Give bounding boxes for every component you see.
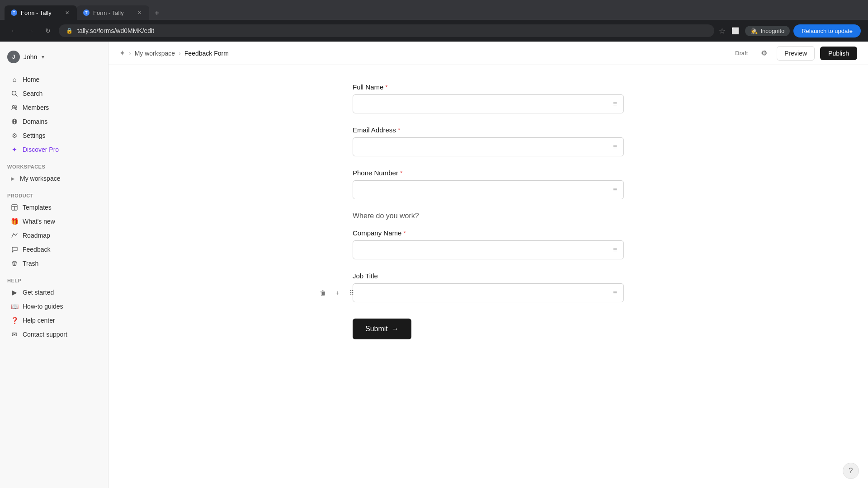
sidebar-item-members[interactable]: Members (4, 101, 104, 114)
field-phone: Phone Number * ≡ (353, 169, 624, 199)
field-job-title-input[interactable]: ≡ (353, 283, 624, 302)
field-full-name-required: * (385, 84, 387, 91)
sidebar-item-helpcenter-label: Help center (23, 317, 55, 324)
help-button[interactable]: ? (843, 463, 859, 479)
drag-handle-icon-3: ≡ (613, 186, 617, 194)
workspaces-section: Workspaces ▶ My workspace (0, 159, 108, 188)
sidebar-item-howto[interactable]: 📖 How-to guides (4, 300, 104, 313)
nav-actions: ☆ ⬜ 🕵 Incognito Relaunch to update (719, 24, 861, 38)
field-job-title-actions: 🗑 + ⠿ (316, 286, 358, 299)
form-editor: Full Name * ≡ Email Address * (108, 65, 868, 488)
back-button[interactable]: ← (7, 24, 20, 37)
sidebar-item-home[interactable]: ⌂ Home (4, 73, 104, 86)
tab-1-close[interactable]: ✕ (63, 9, 71, 16)
product-label: Product (0, 189, 108, 200)
sidebar-item-domains[interactable]: Domains (4, 115, 104, 128)
form-content: Full Name * ≡ Email Address * (353, 83, 624, 461)
lock-icon: 🔒 (66, 28, 73, 34)
drag-handle-icon-5: ≡ (613, 289, 617, 297)
sidebar-item-roadmap-label: Roadmap (23, 232, 50, 239)
field-phone-label: Phone Number * (353, 169, 624, 177)
sidebar-item-howto-label: How-to guides (23, 303, 63, 310)
field-full-name: Full Name * ≡ (353, 83, 624, 113)
main-content: ✦ › My workspace › Feedback Form Draft ⚙… (108, 42, 868, 488)
reload-button[interactable]: ↻ (42, 24, 54, 37)
tab-2-close[interactable]: ✕ (136, 9, 143, 16)
tab-search-button[interactable]: ⬜ (729, 24, 741, 37)
drag-handle-icon: ≡ (613, 100, 617, 108)
product-section: Product Templates 🎁 What's new Roadmap (0, 188, 108, 272)
tab-1-favicon: T (11, 9, 17, 16)
forward-button[interactable]: → (24, 24, 37, 37)
sidebar-item-helpcenter[interactable]: ❓ Help center (4, 314, 104, 327)
delete-field-button[interactable]: 🗑 (316, 286, 329, 299)
sidebar-item-templates[interactable]: Templates (4, 201, 104, 214)
sidebar-item-search-label: Search (23, 90, 42, 97)
field-job-title-label: Job Title (353, 272, 624, 280)
field-company-input[interactable]: ≡ (353, 240, 624, 259)
field-phone-input[interactable]: ≡ (353, 180, 624, 199)
sidebar-item-getstarted-label: Get started (23, 289, 54, 296)
sidebar: J John ▾ ⌂ Home Search Members (0, 42, 108, 488)
incognito-icon: 🕵 (750, 28, 758, 34)
field-full-name-text: Full Name (353, 83, 383, 91)
field-company-required: * (403, 230, 406, 237)
help-section: Help ▶ Get started 📖 How-to guides ❓ Hel… (0, 272, 108, 343)
form-settings-button[interactable]: ⚙ (757, 46, 771, 61)
tab-1-label: Form - Tally (21, 9, 52, 16)
address-bar[interactable]: 🔒 tally.so/forms/wd0MMK/edit (59, 24, 714, 37)
bookmark-button[interactable]: ☆ (719, 27, 725, 35)
sidebar-item-contact-label: Contact support (23, 331, 67, 338)
sidebar-item-roadmap[interactable]: Roadmap (4, 229, 104, 242)
tab-2-favicon: T (83, 9, 90, 16)
field-phone-required: * (400, 169, 402, 177)
sidebar-item-trash[interactable]: Trash (4, 257, 104, 270)
tab-1[interactable]: T Form - Tally ✕ (5, 5, 77, 20)
submit-arrow-icon: → (392, 325, 399, 333)
sidebar-item-contact[interactable]: ✉ Contact support (4, 328, 104, 341)
home-icon: ⌂ (11, 76, 18, 83)
add-field-button[interactable]: + (331, 286, 344, 299)
submit-section: Submit → (353, 319, 624, 339)
sidebar-item-getstarted[interactable]: ▶ Get started (4, 286, 104, 299)
relaunch-button[interactable]: Relaunch to update (793, 24, 861, 38)
workspace-name: My workspace (20, 175, 60, 182)
section-header-work: Where do you work? (353, 212, 624, 220)
svg-point-2 (13, 106, 15, 108)
field-full-name-label: Full Name * (353, 83, 624, 91)
help-icon: ? (849, 467, 853, 475)
sidebar-item-settings-label: Settings (23, 132, 46, 139)
sidebar-item-discover-pro[interactable]: ✦ Discover Pro (4, 143, 104, 156)
whatsnew-icon: 🎁 (11, 218, 18, 225)
sidebar-item-feedback[interactable]: Feedback (4, 243, 104, 256)
sidebar-item-whatsnew[interactable]: 🎁 What's new (4, 215, 104, 228)
sidebar-item-trash-label: Trash (23, 260, 38, 267)
tally-logo-icon: ✦ (119, 49, 125, 57)
getstarted-icon: ▶ (11, 289, 18, 296)
search-icon (11, 90, 18, 97)
svg-point-3 (15, 106, 17, 108)
new-tab-button[interactable]: + (151, 7, 163, 20)
user-profile[interactable]: J John ▾ (0, 47, 108, 70)
tab-2[interactable]: T Form - Tally ✕ (77, 5, 149, 20)
sidebar-item-settings[interactable]: ⚙ Settings (4, 129, 104, 142)
breadcrumb-sep-2: › (179, 50, 181, 57)
field-company-label: Company Name * (353, 229, 624, 237)
sidebar-item-search[interactable]: Search (4, 87, 104, 100)
breadcrumb-workspace[interactable]: My workspace (135, 50, 175, 57)
drag-handle-icon-4: ≡ (613, 246, 617, 254)
help-label: Help (0, 274, 108, 285)
workspace-item[interactable]: ▶ My workspace (4, 172, 104, 185)
field-full-name-input[interactable]: ≡ (353, 94, 624, 113)
preview-button[interactable]: Preview (777, 46, 815, 61)
publish-button[interactable]: Publish (820, 47, 857, 60)
incognito-button[interactable]: 🕵 Incognito (745, 26, 790, 36)
field-email-label: Email Address * (353, 126, 624, 134)
sidebar-item-domains-label: Domains (23, 118, 47, 125)
address-text: tally.so/forms/wd0MMK/edit (77, 27, 154, 34)
sidebar-item-discover-pro-label: Discover Pro (23, 146, 59, 153)
field-email-input[interactable]: ≡ (353, 137, 624, 156)
howto-icon: 📖 (11, 303, 18, 310)
drag-field-button[interactable]: ⠿ (345, 286, 358, 299)
submit-button[interactable]: Submit → (353, 319, 411, 339)
